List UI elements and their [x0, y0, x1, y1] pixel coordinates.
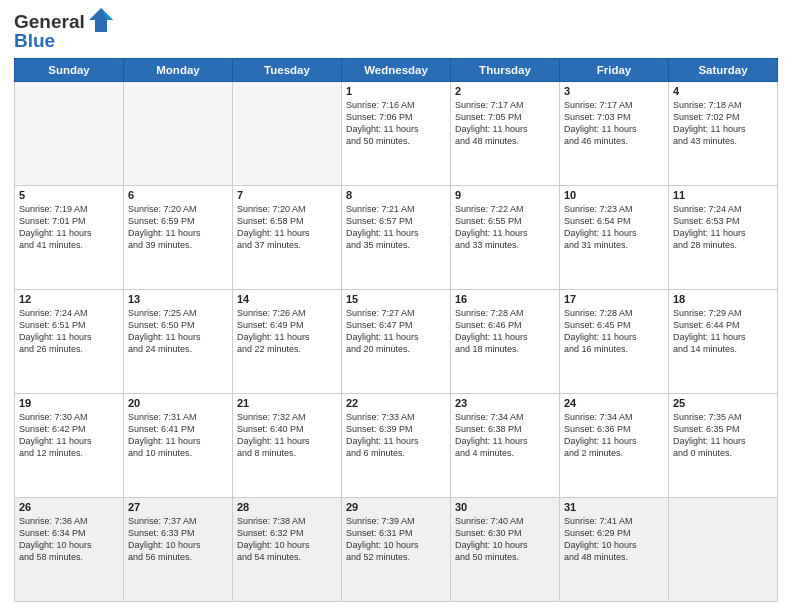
weekday-header-monday: Monday [124, 59, 233, 82]
day-number: 15 [346, 293, 446, 305]
calendar-cell: 21Sunrise: 7:32 AM Sunset: 6:40 PM Dayli… [233, 394, 342, 498]
calendar-cell: 8Sunrise: 7:21 AM Sunset: 6:57 PM Daylig… [342, 186, 451, 290]
calendar-cell: 14Sunrise: 7:26 AM Sunset: 6:49 PM Dayli… [233, 290, 342, 394]
calendar-cell: 2Sunrise: 7:17 AM Sunset: 7:05 PM Daylig… [451, 82, 560, 186]
header: General Blue [14, 10, 778, 52]
calendar-cell: 3Sunrise: 7:17 AM Sunset: 7:03 PM Daylig… [560, 82, 669, 186]
calendar-cell: 20Sunrise: 7:31 AM Sunset: 6:41 PM Dayli… [124, 394, 233, 498]
day-number: 21 [237, 397, 337, 409]
day-number: 3 [564, 85, 664, 97]
day-number: 1 [346, 85, 446, 97]
day-number: 20 [128, 397, 228, 409]
calendar-cell: 25Sunrise: 7:35 AM Sunset: 6:35 PM Dayli… [669, 394, 778, 498]
cell-info: Sunrise: 7:20 AM Sunset: 6:58 PM Dayligh… [237, 203, 337, 252]
weekday-header-row: SundayMondayTuesdayWednesdayThursdayFrid… [15, 59, 778, 82]
cell-info: Sunrise: 7:24 AM Sunset: 6:53 PM Dayligh… [673, 203, 773, 252]
day-number: 25 [673, 397, 773, 409]
day-number: 4 [673, 85, 773, 97]
day-number: 2 [455, 85, 555, 97]
day-number: 9 [455, 189, 555, 201]
calendar-cell: 5Sunrise: 7:19 AM Sunset: 7:01 PM Daylig… [15, 186, 124, 290]
page: General Blue SundayMondayTuesdayWednesda… [0, 0, 792, 612]
calendar-cell: 28Sunrise: 7:38 AM Sunset: 6:32 PM Dayli… [233, 498, 342, 602]
week-row-5: 26Sunrise: 7:36 AM Sunset: 6:34 PM Dayli… [15, 498, 778, 602]
day-number: 8 [346, 189, 446, 201]
calendar-cell: 9Sunrise: 7:22 AM Sunset: 6:55 PM Daylig… [451, 186, 560, 290]
cell-info: Sunrise: 7:19 AM Sunset: 7:01 PM Dayligh… [19, 203, 119, 252]
cell-info: Sunrise: 7:32 AM Sunset: 6:40 PM Dayligh… [237, 411, 337, 460]
calendar-cell [669, 498, 778, 602]
cell-info: Sunrise: 7:24 AM Sunset: 6:51 PM Dayligh… [19, 307, 119, 356]
calendar-cell: 18Sunrise: 7:29 AM Sunset: 6:44 PM Dayli… [669, 290, 778, 394]
calendar-cell: 11Sunrise: 7:24 AM Sunset: 6:53 PM Dayli… [669, 186, 778, 290]
day-number: 18 [673, 293, 773, 305]
cell-info: Sunrise: 7:25 AM Sunset: 6:50 PM Dayligh… [128, 307, 228, 356]
calendar-cell: 13Sunrise: 7:25 AM Sunset: 6:50 PM Dayli… [124, 290, 233, 394]
logo-icon [87, 6, 115, 34]
calendar-cell: 7Sunrise: 7:20 AM Sunset: 6:58 PM Daylig… [233, 186, 342, 290]
cell-info: Sunrise: 7:38 AM Sunset: 6:32 PM Dayligh… [237, 515, 337, 564]
cell-info: Sunrise: 7:41 AM Sunset: 6:29 PM Dayligh… [564, 515, 664, 564]
calendar-cell: 22Sunrise: 7:33 AM Sunset: 6:39 PM Dayli… [342, 394, 451, 498]
calendar-cell: 10Sunrise: 7:23 AM Sunset: 6:54 PM Dayli… [560, 186, 669, 290]
day-number: 29 [346, 501, 446, 513]
day-number: 5 [19, 189, 119, 201]
calendar-cell: 17Sunrise: 7:28 AM Sunset: 6:45 PM Dayli… [560, 290, 669, 394]
cell-info: Sunrise: 7:37 AM Sunset: 6:33 PM Dayligh… [128, 515, 228, 564]
cell-info: Sunrise: 7:22 AM Sunset: 6:55 PM Dayligh… [455, 203, 555, 252]
week-row-4: 19Sunrise: 7:30 AM Sunset: 6:42 PM Dayli… [15, 394, 778, 498]
day-number: 6 [128, 189, 228, 201]
cell-info: Sunrise: 7:16 AM Sunset: 7:06 PM Dayligh… [346, 99, 446, 148]
weekday-header-sunday: Sunday [15, 59, 124, 82]
cell-info: Sunrise: 7:40 AM Sunset: 6:30 PM Dayligh… [455, 515, 555, 564]
cell-info: Sunrise: 7:27 AM Sunset: 6:47 PM Dayligh… [346, 307, 446, 356]
calendar-table: SundayMondayTuesdayWednesdayThursdayFrid… [14, 58, 778, 602]
cell-info: Sunrise: 7:17 AM Sunset: 7:03 PM Dayligh… [564, 99, 664, 148]
day-number: 27 [128, 501, 228, 513]
week-row-2: 5Sunrise: 7:19 AM Sunset: 7:01 PM Daylig… [15, 186, 778, 290]
cell-info: Sunrise: 7:39 AM Sunset: 6:31 PM Dayligh… [346, 515, 446, 564]
day-number: 22 [346, 397, 446, 409]
cell-info: Sunrise: 7:28 AM Sunset: 6:46 PM Dayligh… [455, 307, 555, 356]
calendar-cell [124, 82, 233, 186]
calendar-cell [15, 82, 124, 186]
weekday-header-wednesday: Wednesday [342, 59, 451, 82]
calendar-cell: 1Sunrise: 7:16 AM Sunset: 7:06 PM Daylig… [342, 82, 451, 186]
weekday-header-friday: Friday [560, 59, 669, 82]
cell-info: Sunrise: 7:17 AM Sunset: 7:05 PM Dayligh… [455, 99, 555, 148]
day-number: 7 [237, 189, 337, 201]
day-number: 24 [564, 397, 664, 409]
day-number: 28 [237, 501, 337, 513]
day-number: 17 [564, 293, 664, 305]
cell-info: Sunrise: 7:20 AM Sunset: 6:59 PM Dayligh… [128, 203, 228, 252]
cell-info: Sunrise: 7:34 AM Sunset: 6:36 PM Dayligh… [564, 411, 664, 460]
weekday-header-thursday: Thursday [451, 59, 560, 82]
week-row-3: 12Sunrise: 7:24 AM Sunset: 6:51 PM Dayli… [15, 290, 778, 394]
calendar-cell: 26Sunrise: 7:36 AM Sunset: 6:34 PM Dayli… [15, 498, 124, 602]
calendar-cell: 12Sunrise: 7:24 AM Sunset: 6:51 PM Dayli… [15, 290, 124, 394]
calendar-cell: 30Sunrise: 7:40 AM Sunset: 6:30 PM Dayli… [451, 498, 560, 602]
day-number: 31 [564, 501, 664, 513]
calendar-cell: 29Sunrise: 7:39 AM Sunset: 6:31 PM Dayli… [342, 498, 451, 602]
calendar-cell: 24Sunrise: 7:34 AM Sunset: 6:36 PM Dayli… [560, 394, 669, 498]
day-number: 10 [564, 189, 664, 201]
cell-info: Sunrise: 7:29 AM Sunset: 6:44 PM Dayligh… [673, 307, 773, 356]
cell-info: Sunrise: 7:34 AM Sunset: 6:38 PM Dayligh… [455, 411, 555, 460]
calendar-cell: 15Sunrise: 7:27 AM Sunset: 6:47 PM Dayli… [342, 290, 451, 394]
weekday-header-saturday: Saturday [669, 59, 778, 82]
cell-info: Sunrise: 7:35 AM Sunset: 6:35 PM Dayligh… [673, 411, 773, 460]
day-number: 12 [19, 293, 119, 305]
day-number: 16 [455, 293, 555, 305]
cell-info: Sunrise: 7:30 AM Sunset: 6:42 PM Dayligh… [19, 411, 119, 460]
day-number: 26 [19, 501, 119, 513]
cell-info: Sunrise: 7:18 AM Sunset: 7:02 PM Dayligh… [673, 99, 773, 148]
calendar-cell: 31Sunrise: 7:41 AM Sunset: 6:29 PM Dayli… [560, 498, 669, 602]
cell-info: Sunrise: 7:36 AM Sunset: 6:34 PM Dayligh… [19, 515, 119, 564]
calendar-cell: 16Sunrise: 7:28 AM Sunset: 6:46 PM Dayli… [451, 290, 560, 394]
day-number: 19 [19, 397, 119, 409]
cell-info: Sunrise: 7:23 AM Sunset: 6:54 PM Dayligh… [564, 203, 664, 252]
calendar-cell: 4Sunrise: 7:18 AM Sunset: 7:02 PM Daylig… [669, 82, 778, 186]
cell-info: Sunrise: 7:28 AM Sunset: 6:45 PM Dayligh… [564, 307, 664, 356]
weekday-header-tuesday: Tuesday [233, 59, 342, 82]
cell-info: Sunrise: 7:33 AM Sunset: 6:39 PM Dayligh… [346, 411, 446, 460]
